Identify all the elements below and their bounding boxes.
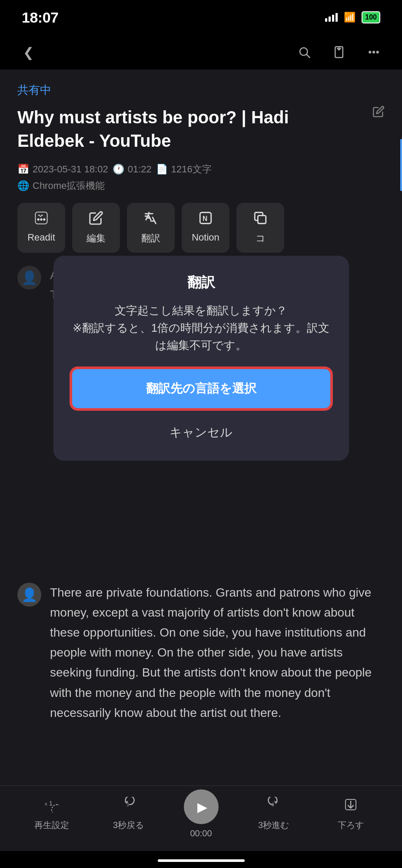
svg-text:x: x	[45, 801, 47, 806]
meta-date: 📅 2023-05-31 18:02	[17, 163, 108, 176]
rewind-label: 3秒戻る	[113, 819, 144, 831]
play-button[interactable]: ▶	[184, 789, 219, 824]
forward-button[interactable]: 3 3秒進む	[252, 797, 296, 831]
svg-point-4	[373, 51, 375, 53]
meta-info-row2: 🌐 Chrome拡張機能	[17, 179, 385, 192]
sharing-tag: 共有中	[17, 83, 385, 98]
playback-speed-label: 再生設定	[34, 819, 69, 831]
status-icons: 📶 100	[325, 11, 380, 23]
home-indicator	[158, 859, 245, 862]
edit-title-icon[interactable]	[372, 106, 385, 122]
back-button[interactable]: ❮	[17, 41, 39, 63]
select-language-button[interactable]: 翻訳先の言語を選択	[71, 368, 332, 409]
share-button[interactable]	[328, 41, 350, 63]
rewind-button[interactable]: 3 3秒戻る	[107, 797, 150, 831]
meta-charcount: 📄 1216文字	[156, 163, 212, 176]
play-icon: ▶	[197, 799, 207, 815]
download-label: 下ろす	[338, 819, 364, 831]
search-button[interactable]	[293, 41, 315, 63]
cancel-button[interactable]: キャンセル	[71, 420, 332, 445]
user-icon-2: 👤	[21, 587, 37, 602]
modal-title: 翻訳	[71, 273, 332, 292]
battery-icon: 100	[362, 11, 380, 23]
rewind-icon: 3	[121, 797, 136, 816]
svg-point-5	[377, 51, 379, 53]
player-time: 00:00	[190, 828, 212, 838]
playback-speed-icon: x 1	[44, 797, 60, 816]
playback-speed-button[interactable]: x 1 再生設定	[30, 797, 73, 831]
svg-text:1: 1	[49, 800, 53, 807]
article-title: Why must artists be poor? | Hadi Eldebek…	[17, 106, 385, 152]
paragraph-2: 👤 There are private foundations. Grants …	[17, 583, 385, 723]
main-content: 共有中 Why must artists be poor? | Hadi Eld…	[0, 69, 402, 851]
player-bar: x 1 再生設定 3 3秒戻る ▶ 00:00 3	[0, 785, 402, 842]
svg-text:3: 3	[126, 802, 129, 807]
forward-label: 3秒進む	[258, 819, 289, 831]
calendar-icon: 📅	[17, 164, 29, 175]
nav-bar: ❮	[0, 35, 402, 69]
status-time: 18:07	[22, 9, 58, 26]
meta-info-row1: 📅 2023-05-31 18:02 🕐 01:22 📄 1216文字	[17, 163, 385, 176]
translation-modal: 翻訳 文字起こし結果を翻訳しますか？※翻訳すると、1倍の時間分が消費されます。訳…	[53, 256, 349, 461]
download-icon	[343, 797, 359, 816]
paragraph-2-container: 👤 There are private foundations. Grants …	[17, 583, 385, 723]
scroll-indicator	[400, 139, 402, 191]
avatar-2: 👤	[17, 583, 41, 607]
text-icon: 📄	[156, 164, 168, 175]
wifi-icon: 📶	[344, 12, 355, 23]
clock-icon: 🕐	[113, 164, 124, 175]
download-button[interactable]: 下ろす	[329, 797, 372, 831]
play-button-container: ▶ 00:00	[184, 789, 219, 838]
status-bar: 18:07 📶 100	[0, 0, 402, 35]
svg-point-3	[369, 51, 371, 53]
forward-icon: 3	[266, 797, 282, 816]
svg-text:3: 3	[272, 802, 274, 807]
nav-right-icons	[293, 41, 385, 63]
source-icon: 🌐	[17, 180, 29, 191]
paragraph-2-text: There are private foundations. Grants an…	[50, 583, 385, 723]
meta-duration: 🕐 01:22	[113, 163, 152, 176]
modal-backdrop: 翻訳 文字起こし結果を翻訳しますか？※翻訳すると、1倍の時間分が消費されます。訳…	[0, 195, 402, 521]
more-button[interactable]	[363, 41, 385, 63]
svg-line-1	[307, 55, 310, 58]
modal-body: 文字起こし結果を翻訳しますか？※翻訳すると、1倍の時間分が消費されます。訳文は編…	[71, 302, 332, 354]
signal-icon	[325, 13, 338, 22]
